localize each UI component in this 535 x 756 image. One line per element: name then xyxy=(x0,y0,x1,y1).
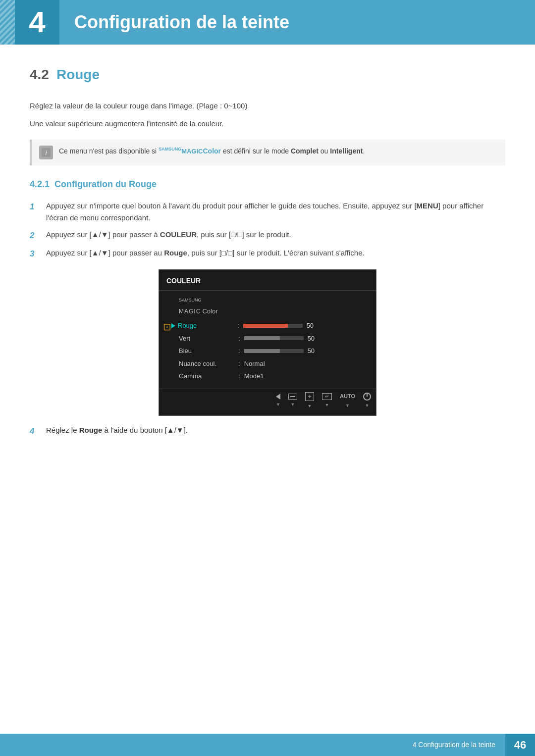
main-content: 4.2 Rouge Réglez la valeur de la couleur… xyxy=(0,64,535,438)
toolbar-btn-back: ▼ xyxy=(276,394,280,408)
vert-slider-track xyxy=(244,336,304,340)
menu-bottom-toolbar: ▼ ▼ + ▼ ↵ ▼ xyxy=(159,389,376,410)
menu-item-magic-color: SAMSUNG MAGIC Color xyxy=(159,296,376,317)
step-text-2: Appuyez sur [▲/▼] pour passer à COULEUR,… xyxy=(46,229,505,241)
menu-item-label-nuance: Nuance coul. xyxy=(179,359,238,369)
step-number-2: 2 xyxy=(30,229,42,242)
back-arrow-icon xyxy=(276,394,280,400)
page-wrapper: 4 Configuration de la teinte 4.2 Rouge R… xyxy=(0,0,535,756)
menu-item-value-nuance: Normal xyxy=(244,359,265,369)
menu-title: COULEUR xyxy=(159,274,376,291)
toolbar-btn-plus: + ▼ xyxy=(305,392,314,410)
menu-colon-gamma: : xyxy=(238,371,240,381)
rouge-slider: 50 xyxy=(243,321,317,331)
menu-item-nuance: Nuance coul. : Normal xyxy=(159,357,376,370)
step-4-row: 4 Réglez le Rouge à l'aide du bouton [▲/… xyxy=(30,425,505,438)
menu-item-bleu: Bleu : 50 xyxy=(159,345,376,357)
menu-colon-vert: : xyxy=(238,334,240,344)
toolbar-arrow-down-2: ▼ xyxy=(291,402,295,408)
footer-chapter-text: 4 Configuration de la teinte xyxy=(413,740,505,750)
chapter-header: 4 Configuration de la teinte xyxy=(0,0,535,45)
step-number-1: 1 xyxy=(30,200,42,213)
toolbar-arrow-down-1: ▼ xyxy=(276,402,280,408)
step-3: 3 Appuyez sur [▲/▼] pour passer au Rouge… xyxy=(30,247,505,260)
menu-colon-nuance: : xyxy=(238,359,240,369)
toolbar-arrow-down-4: ▼ xyxy=(325,402,329,409)
header-stripes xyxy=(0,0,15,45)
chapter-title: Configuration de la teinte xyxy=(74,9,289,36)
toolbar-btn-minus: ▼ xyxy=(288,394,297,408)
rouge-slider-fill xyxy=(243,324,288,328)
power-icon-line xyxy=(367,394,368,397)
chapter-number-box: 4 xyxy=(15,0,59,45)
body-paragraph-1: Réglez la valeur de la couleur rouge dan… xyxy=(30,100,505,112)
chapter-title-box: Configuration de la teinte xyxy=(59,0,289,45)
step-4-list: 4 Réglez le Rouge à l'aide du bouton [▲/… xyxy=(30,425,505,438)
step-text-1: Appuyez sur n'importe quel bouton à l'av… xyxy=(46,200,505,224)
rouge-bold-step3: Rouge xyxy=(164,249,187,257)
menu-item-label-vert: Vert xyxy=(179,334,238,344)
power-icon xyxy=(363,393,371,401)
menu-selector-rouge xyxy=(171,323,175,328)
menu-item-label-gamma: Gamma xyxy=(179,371,238,381)
toolbar-btn-auto: AUTO ▼ xyxy=(340,392,355,409)
note-box: i Ce menu n'est pas disponible si SAMSUN… xyxy=(30,140,505,165)
menu-bold-1: MENU xyxy=(417,202,438,210)
couleur-bold: COULEUR xyxy=(160,230,197,239)
toolbar-btn-enter: ↵ ▼ xyxy=(322,393,332,409)
menu-item-label-rouge: Rouge xyxy=(178,321,237,331)
footer-page-number: 46 xyxy=(505,734,535,756)
note-icon: i xyxy=(39,146,53,159)
body-paragraph-2: Une valeur supérieure augmentera l'inten… xyxy=(30,118,505,130)
bleu-slider-fill xyxy=(244,349,280,353)
plus-icon: + xyxy=(305,392,314,401)
page-footer: 4 Configuration de la teinte 46 xyxy=(0,734,535,756)
step-4-container: 4 Réglez le Rouge à l'aide du bouton [▲/… xyxy=(30,425,505,438)
enter-icon: ↵ xyxy=(322,393,332,400)
menu-item-value-gamma: Mode1 xyxy=(244,371,264,381)
toolbar-arrow-down-3: ▼ xyxy=(308,403,312,410)
menu-item-rouge: Rouge : 50 xyxy=(159,319,376,332)
subsection-number: 4.2.1 xyxy=(30,178,50,191)
menu-colon-rouge: : xyxy=(237,321,239,331)
monitor-icon: ⊡ xyxy=(163,319,171,334)
step-number-4: 4 xyxy=(30,425,42,438)
toolbar-arrow-down-5: ▼ xyxy=(345,403,350,409)
minus-icon xyxy=(288,394,297,400)
toolbar-btn-power: ▼ xyxy=(363,393,371,409)
bleu-slider-track xyxy=(244,349,304,353)
menu-screenshot: COULEUR SAMSUNG MAGIC Color Rouge : xyxy=(159,269,376,416)
section-heading: 4.2 Rouge xyxy=(30,64,505,85)
note-complet: Complet xyxy=(291,147,319,155)
note-text: Ce menu n'est pas disponible si SAMSUNGM… xyxy=(59,146,365,157)
step-2: 2 Appuyez sur [▲/▼] pour passer à COULEU… xyxy=(30,229,505,242)
subsection-title: Configuration du Rouge xyxy=(54,178,157,191)
toolbar-arrow-down-6: ▼ xyxy=(365,403,370,409)
step-text-3: Appuyez sur [▲/▼] pour passer au Rouge, … xyxy=(46,247,505,259)
menu-item-label-magic: SAMSUNG MAGIC Color xyxy=(179,297,238,316)
menu-item-vert: Vert : 50 xyxy=(159,332,376,345)
rouge-slider-value: 50 xyxy=(307,321,317,331)
menu-item-label-bleu: Bleu xyxy=(179,346,238,356)
enter-icon-symbol: ↵ xyxy=(325,393,329,400)
step-text-4: Réglez le Rouge à l'aide du bouton [▲/▼]… xyxy=(46,425,505,436)
note-intelligent: Intelligent xyxy=(330,147,363,155)
rouge-slider-track xyxy=(243,324,303,328)
vert-slider-value: 50 xyxy=(308,334,318,344)
subsection-heading: 4.2.1 Configuration du Rouge xyxy=(30,178,505,191)
steps-list: 1 Appuyez sur n'importe quel bouton à l'… xyxy=(30,200,505,260)
step-number-3: 3 xyxy=(30,247,42,260)
auto-label: AUTO xyxy=(340,392,355,401)
menu-item-gamma: Gamma : Mode1 xyxy=(159,370,376,383)
minus-bar xyxy=(290,396,295,397)
chapter-number: 4 xyxy=(29,0,45,45)
bleu-slider: 50 xyxy=(244,346,318,356)
vert-slider-fill xyxy=(244,336,280,340)
section-title: Rouge xyxy=(56,64,100,85)
magic-color-inline: SAMSUNGMAGICColor xyxy=(159,147,221,155)
bleu-slider-value: 50 xyxy=(308,346,318,356)
section-number: 4.2 xyxy=(30,64,49,85)
svg-text:i: i xyxy=(46,150,47,156)
menu-colon-bleu: : xyxy=(238,346,240,356)
menu-items-container: SAMSUNG MAGIC Color Rouge : 50 xyxy=(159,294,376,384)
